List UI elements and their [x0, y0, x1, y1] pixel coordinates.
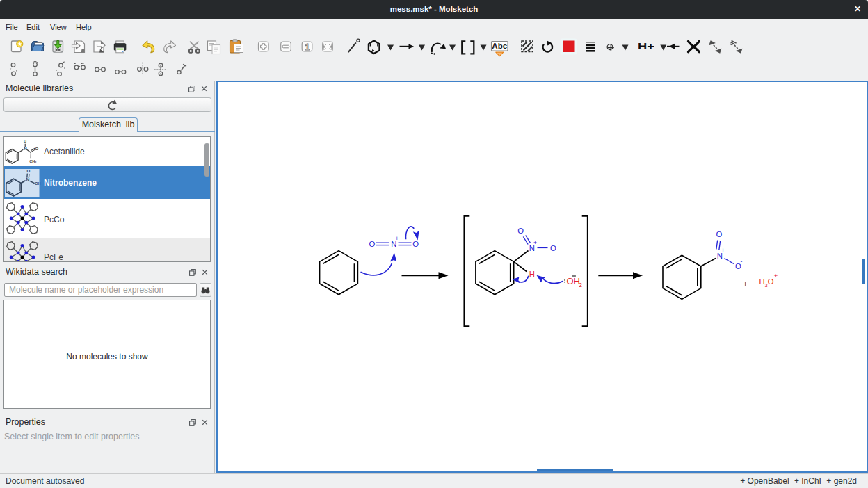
svg-text:OH: OH [567, 276, 581, 286]
svg-text:-: - [741, 258, 743, 265]
svg-text:O: O [35, 146, 38, 151]
svg-text:+: + [533, 239, 537, 246]
svg-text:+: + [395, 235, 399, 242]
svg-text:O: O [26, 168, 30, 173]
svg-text:OH: OH [35, 181, 40, 186]
svg-text:2: 2 [579, 282, 582, 288]
svg-text:O: O [517, 227, 524, 235]
svg-text:+: + [743, 279, 748, 288]
svg-text:+: + [721, 247, 725, 254]
svg-text:O: O [716, 230, 723, 238]
svg-text:O: O [768, 277, 774, 286]
svg-text:H: H [24, 140, 26, 144]
svg-text:3: 3 [35, 161, 37, 164]
svg-text:O: O [369, 240, 375, 248]
svg-text:N: N [26, 177, 29, 182]
svg-text:-: - [555, 239, 557, 246]
svg-text:1: 1 [305, 42, 310, 52]
svg-text:H: H [529, 270, 535, 278]
svg-text:+: + [774, 272, 778, 279]
svg-text:O: O [412, 240, 419, 248]
svg-text:Abc: Abc [492, 42, 507, 50]
svg-text:H+: H+ [638, 42, 654, 51]
